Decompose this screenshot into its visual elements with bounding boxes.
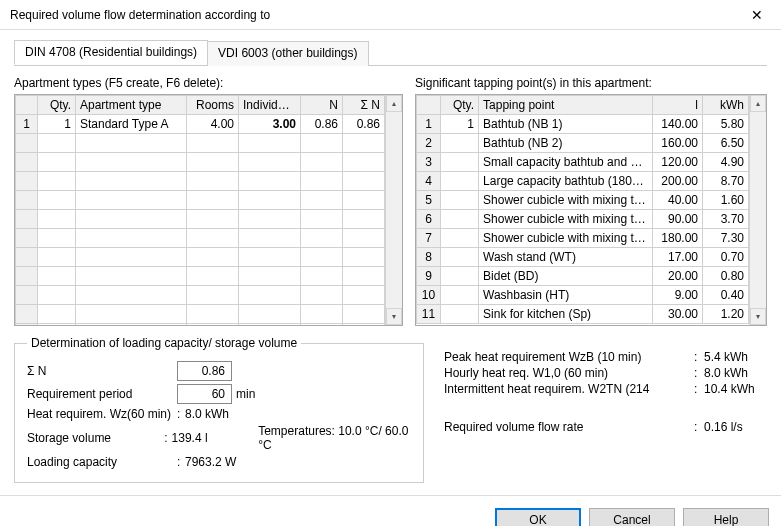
cell-tapping-point[interactable]: Bathtub (NB 2) xyxy=(479,134,653,153)
cell-qty[interactable] xyxy=(441,248,479,267)
cell-kwh[interactable]: 0.80 xyxy=(703,267,749,286)
col-qty[interactable]: Qty. xyxy=(441,96,479,115)
table-row[interactable] xyxy=(16,134,385,153)
cell-qty[interactable] xyxy=(441,191,479,210)
cell-kwh[interactable]: 8.70 xyxy=(703,172,749,191)
table-header-row: Qty. Tapping point l kWh xyxy=(417,96,749,115)
table-row[interactable] xyxy=(16,210,385,229)
close-button[interactable]: ✕ xyxy=(734,1,779,29)
cell-l[interactable]: 90.00 xyxy=(653,210,703,229)
cell-tapping-point[interactable]: Bathtub (NB 1) xyxy=(479,115,653,134)
cell-type[interactable]: Standard Type A xyxy=(76,115,187,134)
table-row[interactable]: 3Small capacity bathtub and step…120.004… xyxy=(417,153,749,172)
cell-l[interactable]: 180.00 xyxy=(653,229,703,248)
cell-l[interactable]: 40.00 xyxy=(653,191,703,210)
cell-kwh[interactable]: 5.80 xyxy=(703,115,749,134)
scroll-down-icon[interactable]: ▾ xyxy=(750,308,766,325)
table-row[interactable]: 7Shower cubicle with mixing tap …180.007… xyxy=(417,229,749,248)
cell-qty[interactable] xyxy=(441,305,479,324)
cell-kwh[interactable]: 4.90 xyxy=(703,153,749,172)
table-row[interactable] xyxy=(16,286,385,305)
col-l[interactable]: l xyxy=(653,96,703,115)
cell-kwh[interactable]: 0.40 xyxy=(703,286,749,305)
cell-individuals[interactable]: 3.00 xyxy=(239,115,301,134)
cell-qty[interactable] xyxy=(441,172,479,191)
apartment-types-scrollbar[interactable]: ▴ ▾ xyxy=(385,95,402,325)
tapping-points-scrollbar[interactable]: ▴ ▾ xyxy=(749,95,766,325)
cell-qty[interactable] xyxy=(441,229,479,248)
cell-tapping-point[interactable]: Large capacity bathtub (1800x7… xyxy=(479,172,653,191)
cell-sumn[interactable]: 0.86 xyxy=(343,115,385,134)
cell-l[interactable]: 160.00 xyxy=(653,134,703,153)
cell-kwh[interactable]: 6.50 xyxy=(703,134,749,153)
cell-l[interactable]: 140.00 xyxy=(653,115,703,134)
cell-tapping-point[interactable]: Small capacity bathtub and step… xyxy=(479,153,653,172)
cell-rooms[interactable]: 4.00 xyxy=(187,115,239,134)
cell-l[interactable]: 120.00 xyxy=(653,153,703,172)
cell-kwh[interactable]: 1.60 xyxy=(703,191,749,210)
requirement-period-input[interactable] xyxy=(177,384,232,404)
cell-l[interactable]: 200.00 xyxy=(653,172,703,191)
table-row[interactable]: 8Wash stand (WT)17.000.70 xyxy=(417,248,749,267)
scroll-track[interactable] xyxy=(386,112,402,308)
table-row[interactable] xyxy=(16,267,385,286)
table-row[interactable]: 4Large capacity bathtub (1800x7…200.008.… xyxy=(417,172,749,191)
cell-kwh[interactable]: 7.30 xyxy=(703,229,749,248)
cell-kwh[interactable]: 0.70 xyxy=(703,248,749,267)
cell-kwh[interactable]: 1.20 xyxy=(703,305,749,324)
table-row[interactable] xyxy=(16,153,385,172)
cell-tapping-point[interactable]: Shower cubicle with mixing tap … xyxy=(479,210,653,229)
help-button[interactable]: Help xyxy=(683,508,769,526)
cell-l[interactable]: 17.00 xyxy=(653,248,703,267)
table-row[interactable] xyxy=(16,172,385,191)
tab-vdi6003[interactable]: VDI 6003 (other buildings) xyxy=(207,41,368,66)
table-row[interactable] xyxy=(16,324,385,326)
table-row[interactable] xyxy=(16,191,385,210)
ok-button[interactable]: OK xyxy=(495,508,581,526)
cell-tapping-point[interactable]: Shower cubicle with mixing tap … xyxy=(479,229,653,248)
cell-qty[interactable] xyxy=(441,134,479,153)
table-row[interactable] xyxy=(16,305,385,324)
cell-qty[interactable] xyxy=(441,286,479,305)
col-sumn[interactable]: Σ N xyxy=(343,96,385,115)
cell-l[interactable]: 20.00 xyxy=(653,267,703,286)
col-rooms[interactable]: Rooms xyxy=(187,96,239,115)
table-row[interactable]: 2Bathtub (NB 2)160.006.50 xyxy=(417,134,749,153)
table-row[interactable] xyxy=(16,229,385,248)
scroll-track[interactable] xyxy=(750,112,766,308)
cell-tapping-point[interactable]: Washbasin (HT) xyxy=(479,286,653,305)
scroll-up-icon[interactable]: ▴ xyxy=(750,95,766,112)
cell-tapping-point[interactable]: Shower cubicle with mixing tap … xyxy=(479,191,653,210)
cell-qty[interactable] xyxy=(441,153,479,172)
col-qty[interactable]: Qty. xyxy=(38,96,76,115)
table-row[interactable]: 11Sink for kitchen (Sp)30.001.20 xyxy=(417,305,749,324)
col-kwh[interactable]: kWh xyxy=(703,96,749,115)
col-tapping-point[interactable]: Tapping point xyxy=(479,96,653,115)
cell-qty[interactable] xyxy=(441,210,479,229)
cell-n[interactable]: 0.86 xyxy=(301,115,343,134)
table-row[interactable]: 5Shower cubicle with mixing tap …40.001.… xyxy=(417,191,749,210)
table-row[interactable]: 11Bathtub (NB 1)140.005.80 xyxy=(417,115,749,134)
tab-din4708[interactable]: DIN 4708 (Residential buildings) xyxy=(14,40,208,65)
cell-l[interactable]: 30.00 xyxy=(653,305,703,324)
cell-qty[interactable] xyxy=(441,267,479,286)
col-individuals[interactable]: Individuals xyxy=(239,96,301,115)
table-row[interactable]: 6Shower cubicle with mixing tap …90.003.… xyxy=(417,210,749,229)
cell-tapping-point[interactable]: Sink for kitchen (Sp) xyxy=(479,305,653,324)
cell-kwh[interactable]: 3.70 xyxy=(703,210,749,229)
scroll-down-icon[interactable]: ▾ xyxy=(386,308,402,325)
table-row[interactable]: 11Standard Type A4.003.000.860.86 xyxy=(16,115,385,134)
cell-qty[interactable]: 1 xyxy=(441,115,479,134)
scroll-up-icon[interactable]: ▴ xyxy=(386,95,402,112)
table-row[interactable]: 10Washbasin (HT)9.000.40 xyxy=(417,286,749,305)
sumn-input[interactable] xyxy=(177,361,232,381)
col-n[interactable]: N xyxy=(301,96,343,115)
cell-qty[interactable]: 1 xyxy=(38,115,76,134)
cell-tapping-point[interactable]: Wash stand (WT) xyxy=(479,248,653,267)
table-row[interactable]: 9Bidet (BD)20.000.80 xyxy=(417,267,749,286)
cancel-button[interactable]: Cancel xyxy=(589,508,675,526)
table-row[interactable] xyxy=(16,248,385,267)
col-type[interactable]: Apartment type xyxy=(76,96,187,115)
cell-l[interactable]: 9.00 xyxy=(653,286,703,305)
cell-tapping-point[interactable]: Bidet (BD) xyxy=(479,267,653,286)
